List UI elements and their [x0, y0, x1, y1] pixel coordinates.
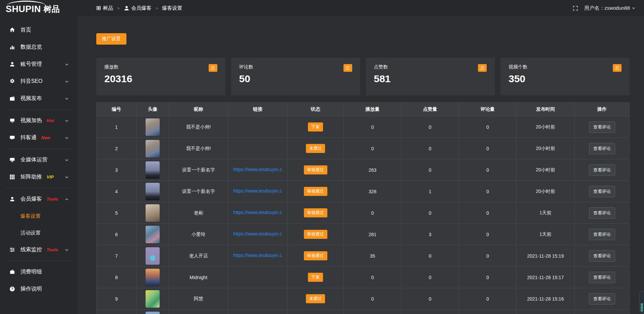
- avatar: [146, 183, 160, 200]
- sidebar-item-tag: New: [41, 135, 50, 140]
- sidebar-item-label: 全媒体运营: [20, 156, 47, 163]
- user-menu[interactable]: 用户名：zswodun88: [584, 5, 636, 11]
- sliders-icon: [9, 247, 15, 253]
- username-label: 用户名：zswodun88: [584, 5, 630, 11]
- grid-icon: [9, 174, 15, 180]
- view-comments-button[interactable]: 查看评论: [589, 229, 615, 240]
- screen-icon: [9, 118, 15, 123]
- sidebar-item-member-baoke[interactable]: 会员爆客Tools: [0, 191, 77, 208]
- view-comments-button[interactable]: 查看评论: [589, 207, 615, 219]
- sidebar-item-consumption-details[interactable]: 消费明细: [0, 263, 77, 280]
- sidebar-item-tag: VIP: [47, 174, 54, 179]
- video-link[interactable]: https://www.iesdouyin.c: [233, 253, 282, 258]
- video-link[interactable]: https://www.iesdouyin.c: [233, 188, 282, 194]
- cell-avatar: [137, 202, 169, 224]
- cell-link: [228, 267, 287, 288]
- cell-plays: 35: [344, 245, 401, 267]
- sidebar-item-label: 账号管理: [20, 61, 42, 68]
- video-link[interactable]: https://www.iesdouyin.c: [233, 167, 282, 172]
- column-header: 操作: [575, 103, 630, 116]
- cell-avatar: [137, 267, 169, 288]
- cell-id: 3: [97, 159, 137, 181]
- fullscreen-icon[interactable]: [573, 5, 578, 11]
- sidebar-item-video-publish[interactable]: 视频发布: [0, 90, 77, 107]
- gear-icon: [9, 78, 15, 84]
- sidebar-item-label: 操作说明: [20, 285, 42, 293]
- sidebar-item-douketong[interactable]: 抖客通New: [0, 129, 77, 146]
- comment-icon: [9, 135, 15, 141]
- sidebar-item-clue-monitoring[interactable]: 线索监控Tools: [0, 241, 77, 258]
- cell-avatar: [137, 288, 169, 310]
- column-header: 发布时间: [517, 103, 575, 116]
- view-comments-button[interactable]: 查看评论: [589, 272, 615, 283]
- cell-likes: 0: [401, 159, 459, 181]
- sidebar-item-data-overview[interactable]: 数据总览: [0, 39, 77, 56]
- status-badge: 下架: [308, 122, 323, 132]
- video-link[interactable]: https://www.iesdouyin.c: [233, 231, 282, 237]
- cell-plays: 281: [344, 224, 401, 245]
- chevron-up-icon: [64, 197, 70, 202]
- sidebar-item-label: 数据总览: [20, 44, 42, 51]
- breadcrumb-label: 树品: [103, 5, 113, 11]
- stat-card-title: 播放数: [104, 64, 118, 70]
- sidebar-divider: [5, 149, 72, 149]
- breadcrumb-label: 爆客设置: [162, 5, 182, 11]
- sidebar-subitem-activity-settings[interactable]: 活动设置: [0, 224, 77, 241]
- breadcrumb-item[interactable]: 树品: [96, 5, 113, 11]
- sidebar-item-home[interactable]: 首页: [0, 21, 77, 39]
- cell-action: 查看评论: [575, 116, 630, 138]
- cell-likes: 3: [401, 224, 459, 245]
- view-comments-button[interactable]: 查看评论: [589, 250, 615, 262]
- cell-publish-time: 20小时前: [517, 159, 575, 181]
- video-link[interactable]: https://www.iesdouyin.c: [233, 210, 282, 215]
- stat-card-header: 播放数总: [104, 64, 217, 72]
- cell-avatar: [137, 181, 169, 202]
- table-row: 5老彬https://www.iesdouyin.c审核通过0001天前查看评论: [97, 202, 630, 224]
- sidebar-item-label: 视频加热: [20, 117, 42, 124]
- cell-id: 4: [97, 181, 137, 202]
- view-comments-button[interactable]: 查看评论: [589, 186, 615, 197]
- stat-card-value: 20316: [104, 73, 217, 85]
- view-comments-button[interactable]: 查看评论: [589, 293, 615, 305]
- table-row: 3设置一个新名字https://www.iesdouyin.c审核通过26300…: [97, 159, 630, 181]
- cell-likes: [401, 310, 459, 314]
- table-row: 4设置一个新名字https://www.iesdouyin.c审核通过32810…: [97, 181, 630, 202]
- cell-comments: 0: [459, 181, 517, 202]
- sidebar-item-account-management[interactable]: 账号管理: [0, 56, 77, 73]
- view-comments-button[interactable]: 查看评论: [589, 143, 615, 154]
- topbar-right: 用户名：zswodun88: [573, 5, 644, 11]
- cell-publish-time: 20小时前: [517, 138, 575, 159]
- avatar: [146, 118, 160, 136]
- sidebar-item-matrix-boost[interactable]: 矩阵助推VIP: [0, 168, 77, 186]
- question-icon: ?: [9, 286, 15, 292]
- column-header: 点赞量: [401, 103, 459, 116]
- main-content: 推广设置 播放数总20316评论数总50点赞数总581视频个数总350 编号头像…: [77, 16, 644, 314]
- cell-avatar: [137, 310, 169, 314]
- sidebar-item-video-heating[interactable]: 视频加热Hot: [0, 112, 77, 129]
- cell-comments: 0: [459, 202, 517, 224]
- sidebar-item-label: 线索监控: [20, 246, 42, 253]
- bar-chart-icon: [9, 44, 15, 50]
- sidebar-item-all-media-operation[interactable]: 全媒体运营: [0, 151, 77, 168]
- stat-card-title: 评论数: [239, 64, 253, 70]
- stat-card: 播放数总20316: [96, 58, 225, 95]
- floating-widget[interactable]: [639, 291, 644, 313]
- chevron-down-icon: [64, 158, 70, 162]
- avatar: [146, 290, 160, 308]
- column-header: 状态: [287, 103, 343, 116]
- cell-comments: 0: [459, 138, 517, 159]
- promo-settings-button[interactable]: 推广设置: [96, 33, 126, 45]
- sidebar-item-douyin-seo[interactable]: 抖音SEO: [0, 73, 77, 90]
- sidebar-item-operation-guide[interactable]: ?操作说明: [0, 280, 77, 298]
- avatar: [146, 269, 160, 286]
- sidebar-subitem-baoke-settings[interactable]: 爆客设置: [0, 208, 77, 224]
- view-comments-button[interactable]: 查看评论: [589, 164, 615, 176]
- cell-action: 查看评论: [575, 202, 630, 224]
- app-logo[interactable]: SHUPIN 树品: [0, 0, 77, 16]
- cell-nickname: 设置一个新名字: [169, 159, 228, 181]
- table-header-row: 编号头像昵称链接状态播放量点赞量评论量发布时间操作: [97, 103, 630, 116]
- breadcrumb-item[interactable]: 会员爆客: [124, 5, 152, 11]
- view-comments-button[interactable]: 查看评论: [589, 121, 615, 133]
- cell-status: 审核通过: [287, 159, 343, 181]
- cell-id: [97, 310, 137, 314]
